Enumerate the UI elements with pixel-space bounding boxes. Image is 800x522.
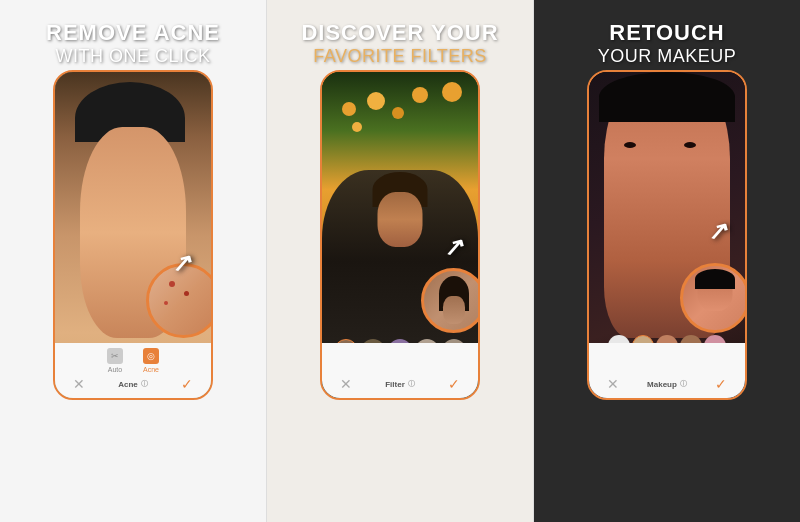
panel-filters: DISCOVER YOUR FAVORITE FILTERS	[267, 0, 533, 522]
magnifier-3	[680, 263, 745, 333]
phone-mockup-2: ↗ Creative Element Celestial Pale Splend…	[320, 70, 480, 410]
panel-makeup: RETOUCH YOUR MAKEUP ↗ ⊘ Non	[534, 0, 800, 522]
cancel-btn-3[interactable]: ✕	[607, 376, 619, 392]
toolbar-auto[interactable]: ✂ Auto	[107, 348, 123, 373]
confirm-btn-3[interactable]: ✓	[715, 376, 727, 392]
auto-icon: ✂	[107, 348, 123, 364]
phone-bottom-2: ✕ Filter ⓘ ✓	[322, 343, 478, 398]
bottom-label-3: Makeup ⓘ	[647, 379, 687, 389]
panel-2-line2: FAVORITE FILTERS	[282, 46, 518, 67]
phone-frame-2: ↗ Creative Element Celestial Pale Splend…	[320, 70, 480, 400]
cancel-btn-2[interactable]: ✕	[340, 376, 352, 392]
phone-frame-1: ↗ ✂ Auto ◎ Acne ✕ Acne	[53, 70, 213, 400]
panel-3-line1: RETOUCH	[549, 20, 785, 46]
panel-2-title: DISCOVER YOUR FAVORITE FILTERS	[267, 20, 533, 67]
panel-1-line1: REMOVE ACNE	[15, 20, 251, 46]
phone-frame-3: ↗ ⊘ None My Look	[587, 70, 747, 400]
phone-mockup-1: ↗ ✂ Auto ◎ Acne ✕ Acne	[53, 70, 213, 410]
magnifier-2	[421, 268, 478, 333]
bottom-label-2: Filter ⓘ	[385, 379, 415, 389]
bottom-label-1: Acne ⓘ	[118, 379, 148, 389]
panel-2-line1: DISCOVER YOUR	[282, 20, 518, 46]
acne-icon: ◎	[143, 348, 159, 364]
toolbar-1: ✂ Auto ◎ Acne	[107, 348, 159, 373]
panel-3-line2: YOUR MAKEUP	[549, 46, 785, 67]
confirm-btn-1[interactable]: ✓	[181, 376, 193, 392]
phone-bottom-1: ✂ Auto ◎ Acne ✕ Acne ⓘ ✓	[55, 343, 211, 398]
panel-remove-acne: REMOVE ACNE WITH ONE CLICK ↗	[0, 0, 266, 522]
phone-mockup-3: ↗ ⊘ None My Look	[587, 70, 747, 410]
panel-3-title: RETOUCH YOUR MAKEUP	[534, 20, 800, 67]
phone-bottom-3: ✕ Makeup ⓘ ✓	[589, 343, 745, 398]
toolbar-acne[interactable]: ◎ Acne	[143, 348, 159, 373]
cancel-btn-1[interactable]: ✕	[73, 376, 85, 392]
action-row-2: ✕ Filter ⓘ ✓	[330, 376, 470, 392]
panel-1-title: REMOVE ACNE WITH ONE CLICK	[0, 20, 266, 67]
panel-1-line2: WITH ONE CLICK	[15, 46, 251, 67]
action-row-1: ✕ Acne ⓘ ✓	[63, 376, 203, 392]
action-row-3: ✕ Makeup ⓘ ✓	[597, 376, 737, 392]
confirm-btn-2[interactable]: ✓	[448, 376, 460, 392]
